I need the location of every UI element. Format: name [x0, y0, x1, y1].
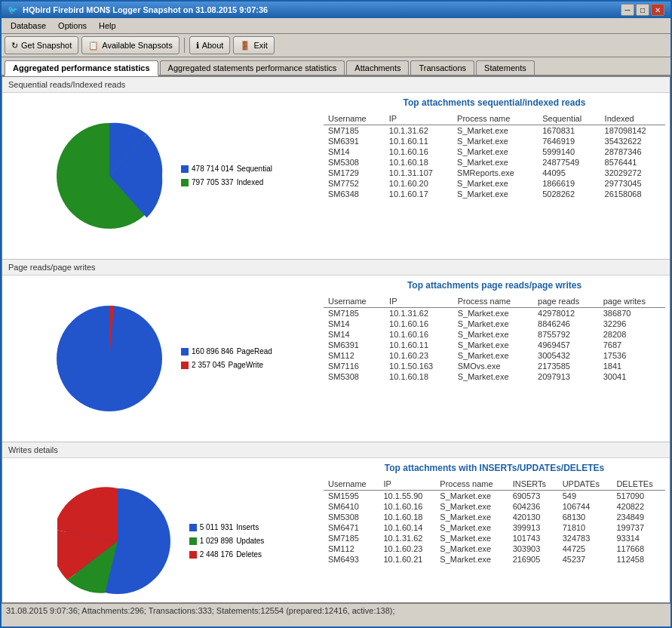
writes-legend-deletes: 2 448 176 Deletes — [189, 548, 265, 562]
table-row: SM649310.1.60.21S_Market.exe216905452371… — [324, 554, 665, 565]
tab-statements[interactable]: Statements — [476, 60, 535, 75]
section-writes: Writes details — [2, 442, 670, 603]
table-row: SM530810.1.60.18S_Market.exe420130681302… — [324, 512, 665, 522]
page-reads-table-area: Top attachments page reads/page writes U… — [319, 276, 670, 442]
section-seq-reads-title: Sequential reads/Indexed reads — [2, 77, 670, 93]
writes-table-title: Top attachments with INSERTs/UPDATEs/DEL… — [324, 463, 665, 473]
title-bar-controls: ─ □ ✕ — [621, 4, 664, 16]
page-reads-table: Username IP Process name page reads page… — [324, 295, 665, 382]
section-seq-reads: Sequential reads/Indexed reads — [2, 77, 670, 260]
writes-pie — [57, 481, 178, 602]
table-row: SM775210.1.60.20S_Market.exe186661929773… — [324, 178, 665, 189]
tab-aggregated-statements[interactable]: Aggregated statements performance statis… — [160, 60, 345, 75]
writes-table-area: Top attachments with INSERTs/UPDATEs/DEL… — [319, 458, 670, 603]
toolbar-separator-1 — [184, 38, 185, 53]
section-page-reads-body: 160 896 846 PageRead 2 357 045 PageWrite — [2, 276, 670, 442]
section-writes-title: Writes details — [2, 442, 670, 458]
col-ip3: IP — [379, 478, 435, 491]
table-row: SM1410.1.60.16S_Market.exe59991402878734… — [324, 146, 665, 157]
table-row: SM711610.1.50.163SMOvs.exe21735851841 — [324, 361, 665, 371]
page-reads-chart-area: 160 896 846 PageRead 2 357 045 PageWrite — [2, 276, 319, 442]
table-row: SM11210.1.60.23S_Market.exe3039034472511… — [324, 543, 665, 554]
seq-reads-table-area: Top attachments sequential/indexed reads… — [319, 93, 670, 259]
col-ip2: IP — [385, 295, 453, 308]
seq-reads-table-title: Top attachments sequential/indexed reads — [324, 97, 665, 108]
app-window: 🐦 HQbird Firebird MON$ Logger Snapshot o… — [0, 0, 672, 628]
seq-reads-legend-sequential: 478 714 014 Sequential — [181, 162, 272, 176]
section-writes-body: 5 011 931 Inserts 1 029 898 Updates 2 44… — [2, 458, 670, 603]
col-process2: Process name — [453, 295, 533, 308]
exit-button[interactable]: 🚪 Exit — [233, 36, 274, 54]
info-icon: ℹ — [196, 41, 199, 51]
seq-reads-chart-area: 478 714 014 Sequential 797 705 337 Index… — [2, 93, 319, 259]
table-row: SM1410.1.60.16S_Market.exe884624632296 — [324, 319, 665, 329]
col-username3: Username — [324, 478, 379, 491]
seq-reads-legend: 478 714 014 Sequential 797 705 337 Index… — [181, 162, 272, 189]
col-indexed: Indexed — [600, 112, 665, 125]
seq-reads-pie — [49, 115, 170, 236]
menu-database[interactable]: Database — [5, 20, 52, 32]
col-deletes: DELETEs — [612, 478, 665, 491]
about-button[interactable]: ℹ About — [189, 36, 231, 54]
table-row: SM530810.1.60.18S_Market.exe209791330041 — [324, 371, 665, 382]
close-button[interactable]: ✕ — [651, 4, 664, 16]
table-row: SM639110.1.60.11S_Market.exe764691935432… — [324, 136, 665, 146]
pagewrite-color-box — [181, 362, 189, 369]
exit-icon: 🚪 — [240, 41, 250, 51]
col-username2: Username — [324, 295, 385, 308]
section-page-reads-title: Page reads/page writes — [2, 260, 670, 276]
get-snapshot-button[interactable]: ↻ Get Snapshot — [5, 36, 78, 54]
deletes-color-box — [189, 551, 197, 559]
page-reads-pie — [49, 298, 170, 419]
tab-attachments[interactable]: Attachments — [346, 60, 409, 75]
section-page-reads: Page reads/page writes 160 — [2, 260, 670, 442]
table-row: SM718510.1.31.62S_Market.exe101743324783… — [324, 533, 665, 543]
inserts-color-box — [189, 524, 197, 531]
col-pagewrites: page writes — [599, 295, 665, 308]
table-row: SM530810.1.60.18S_Market.exe248775498576… — [324, 157, 665, 168]
menu-options[interactable]: Options — [52, 20, 93, 32]
main-content[interactable]: Sequential reads/Indexed reads — [2, 76, 670, 603]
writes-legend-updates: 1 029 898 Updates — [189, 534, 265, 548]
writes-pie-container: 5 011 931 Inserts 1 029 898 Updates 2 44… — [57, 481, 265, 602]
writes-table: Username IP Process name INSERTs UPDATEs… — [324, 478, 665, 565]
col-pagereads: page reads — [533, 295, 599, 308]
table-row: SM639110.1.60.11S_Market.exe49694577687 — [324, 340, 665, 350]
table-row: SM172910.1.31.107SMReports.exe4409532029… — [324, 168, 665, 178]
col-username: Username — [324, 112, 385, 125]
available-snapshots-button[interactable]: 📋 Available Snapsots — [81, 36, 179, 54]
tab-transactions[interactable]: Transactions — [410, 60, 474, 75]
menu-help[interactable]: Help — [93, 20, 122, 32]
col-updates: UPDATEs — [558, 478, 612, 491]
toolbar: ↻ Get Snapshot 📋 Available Snapsots ℹ Ab… — [2, 34, 670, 57]
page-reads-legend-read: 160 896 846 PageRead — [181, 345, 272, 359]
col-sequential: Sequential — [538, 112, 600, 125]
list-icon: 📋 — [88, 41, 99, 51]
app-icon: 🐦 — [8, 5, 18, 15]
table-row: SM647110.1.60.14S_Market.exe399913718101… — [324, 522, 665, 533]
updates-color-box — [189, 537, 197, 545]
title-bar: 🐦 HQbird Firebird MON$ Logger Snapshot o… — [2, 2, 670, 18]
sequential-color-box — [181, 165, 189, 173]
col-process3: Process name — [435, 478, 508, 491]
table-row: SM1410.1.60.16S_Market.exe875579228208 — [324, 329, 665, 340]
window-title: HQbird Firebird MON$ Logger Snapshot on … — [23, 5, 268, 14]
refresh-icon: ↻ — [11, 41, 18, 51]
status-text: 31.08.2015 9:07:36; Attachments:296; Tra… — [6, 606, 395, 615]
col-inserts: INSERTs — [508, 478, 558, 491]
seq-reads-legend-indexed: 797 705 337 Indexed — [181, 176, 272, 189]
col-ip: IP — [385, 112, 453, 125]
table-row: SM11210.1.60.23S_Market.exe300543217536 — [324, 350, 665, 361]
writes-legend-inserts: 5 011 931 Inserts — [189, 521, 265, 534]
page-reads-pie-container: 160 896 846 PageRead 2 357 045 PageWrite — [49, 298, 272, 419]
writes-legend: 5 011 931 Inserts 1 029 898 Updates 2 44… — [189, 521, 265, 562]
col-process: Process name — [453, 112, 538, 125]
tab-aggregated-performance[interactable]: Aggregated performance statistics — [5, 60, 158, 76]
maximize-button[interactable]: □ — [636, 4, 649, 16]
pageread-color-box — [181, 348, 189, 356]
seq-reads-pie-container: 478 714 014 Sequential 797 705 337 Index… — [49, 115, 272, 236]
minimize-button[interactable]: ─ — [621, 4, 634, 16]
indexed-color-box — [181, 179, 189, 186]
writes-chart-area: 5 011 931 Inserts 1 029 898 Updates 2 44… — [2, 458, 319, 603]
section-seq-reads-body: 478 714 014 Sequential 797 705 337 Index… — [2, 93, 670, 259]
